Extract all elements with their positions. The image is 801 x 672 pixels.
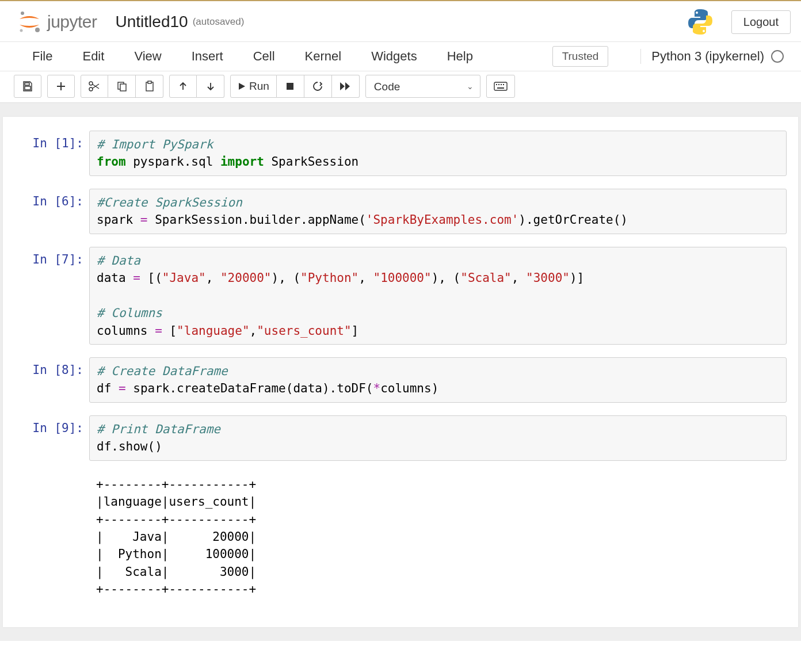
interrupt-button[interactable] — [277, 75, 304, 98]
code-cell[interactable]: In [8]:# Create DataFrame df = spark.cre… — [14, 357, 787, 403]
kernel-name-label: Python 3 (ipykernel) — [651, 49, 764, 64]
keyboard-icon — [494, 82, 508, 91]
move-up-button[interactable] — [169, 75, 197, 98]
notebook: In [1]:# Import PySpark from pyspark.sql… — [3, 117, 798, 627]
code-input[interactable]: # Create DataFrame df = spark.createData… — [89, 357, 787, 403]
svg-rect-8 — [120, 84, 126, 91]
menu-kernel[interactable]: Kernel — [290, 44, 357, 68]
menu-view[interactable]: View — [119, 44, 176, 68]
arrow-up-icon — [178, 81, 188, 91]
copy-button[interactable] — [108, 75, 136, 98]
svg-point-5 — [89, 87, 93, 91]
kernel-indicator[interactable]: Python 3 (ipykernel) — [640, 49, 784, 64]
jupyter-icon — [16, 9, 43, 35]
menu-cell[interactable]: Cell — [238, 44, 290, 68]
save-icon — [22, 81, 33, 92]
code-cell[interactable]: In [1]:# Import PySpark from pyspark.sql… — [14, 131, 787, 176]
move-down-button[interactable] — [197, 75, 224, 98]
cut-icon — [88, 81, 101, 92]
input-prompt: In [8]: — [14, 357, 89, 403]
cell-type-select[interactable]: Code — [365, 75, 480, 98]
code-cell[interactable]: In [6]:#Create SparkSession spark = Spar… — [14, 189, 787, 234]
menu-widgets[interactable]: Widgets — [356, 44, 432, 68]
code-input[interactable]: # Data data = [("Java", "20000"), ("Pyth… — [89, 247, 787, 345]
cell-output: +--------+-----------+ |language|users_c… — [89, 474, 787, 601]
plus-icon — [55, 81, 67, 92]
command-palette-button[interactable] — [486, 75, 515, 98]
play-icon — [238, 82, 246, 90]
svg-rect-11 — [287, 83, 293, 90]
paste-icon — [144, 81, 155, 92]
notebook-title[interactable]: Untitled10 — [116, 13, 188, 31]
svg-point-1 — [35, 28, 40, 32]
toolbar: Run Code ⌄ — [0, 71, 801, 103]
svg-point-4 — [703, 30, 705, 32]
svg-point-3 — [696, 12, 698, 14]
paste-button[interactable] — [136, 75, 163, 98]
trusted-indicator[interactable]: Trusted — [552, 46, 609, 67]
code-input[interactable]: #Create SparkSession spark = SparkSessio… — [89, 189, 787, 234]
code-cell[interactable]: In [7]:# Data data = [("Java", "20000"),… — [14, 247, 787, 345]
menu-help[interactable]: Help — [432, 44, 488, 68]
jupyter-logo-text: jupyter — [47, 12, 97, 32]
svg-rect-17 — [497, 87, 504, 89]
restart-icon — [312, 81, 323, 92]
run-label: Run — [249, 80, 269, 93]
input-prompt: In [9]: — [14, 415, 89, 461]
menu-edit[interactable]: Edit — [67, 44, 119, 68]
code-input[interactable]: # Import PySpark from pyspark.sql import… — [89, 131, 787, 176]
svg-rect-12 — [494, 82, 507, 90]
restart-run-all-button[interactable] — [332, 75, 360, 98]
svg-rect-16 — [503, 84, 504, 85]
restart-button[interactable] — [304, 75, 332, 98]
run-button[interactable]: Run — [230, 75, 277, 98]
python-logo-icon — [685, 7, 715, 37]
copy-icon — [116, 81, 128, 92]
svg-rect-10 — [148, 81, 151, 83]
svg-rect-13 — [496, 84, 497, 85]
output-row: +--------+-----------+ |language|users_c… — [14, 474, 787, 601]
svg-point-2 — [20, 29, 23, 32]
insert-cell-button[interactable] — [47, 75, 75, 98]
cut-button[interactable] — [81, 75, 108, 98]
kernel-status-icon — [771, 50, 784, 63]
output-prompt — [14, 474, 89, 601]
code-cell[interactable]: In [9]:# Print DataFrame df.show() — [14, 415, 787, 461]
jupyter-logo[interactable]: jupyter — [16, 9, 97, 35]
notebook-container: In [1]:# Import PySpark from pyspark.sql… — [0, 103, 801, 641]
header-bar: jupyter Untitled10 (autosaved) Logout — [0, 0, 801, 42]
menu-bar: FileEditViewInsertCellKernelWidgetsHelp … — [0, 42, 801, 71]
fast-forward-icon — [340, 82, 351, 91]
menu-file[interactable]: File — [17, 44, 67, 68]
menu-insert[interactable]: Insert — [177, 44, 238, 68]
logout-button[interactable]: Logout — [731, 10, 791, 34]
arrow-down-icon — [205, 81, 216, 91]
svg-rect-15 — [501, 84, 502, 85]
svg-point-0 — [21, 12, 24, 15]
input-prompt: In [7]: — [14, 247, 89, 345]
svg-point-6 — [89, 82, 93, 85]
svg-rect-14 — [498, 84, 499, 85]
code-input[interactable]: # Print DataFrame df.show() — [89, 415, 787, 461]
input-prompt: In [1]: — [14, 131, 89, 176]
save-status: (autosaved) — [193, 16, 245, 28]
input-prompt: In [6]: — [14, 189, 89, 234]
stop-icon — [285, 82, 295, 91]
save-button[interactable] — [14, 75, 41, 98]
